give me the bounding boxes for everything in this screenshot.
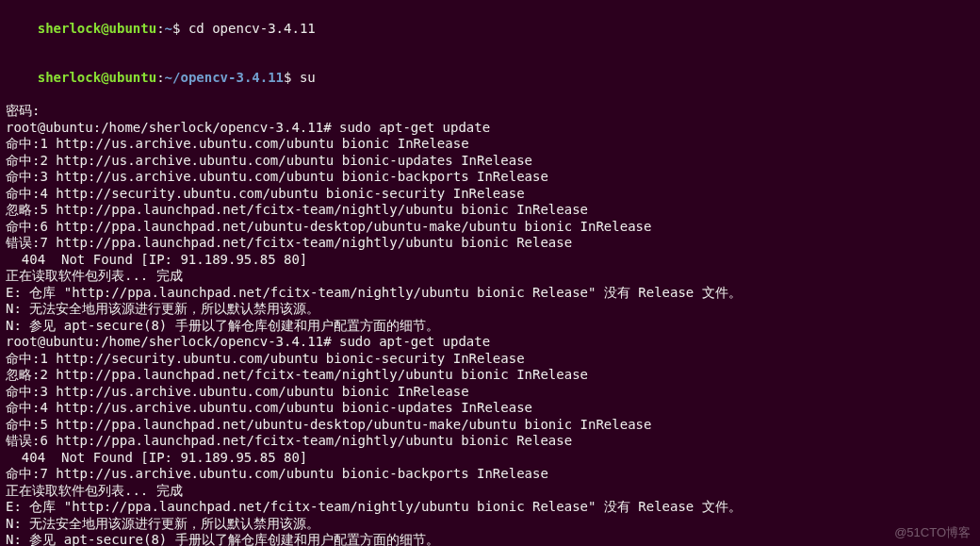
output-line: 忽略:2 http://ppa.launchpad.net/fcitx-team…	[6, 367, 974, 384]
output-line: 命中:4 http://security.ubuntu.com/ubuntu b…	[6, 186, 974, 203]
output-line: N: 参见 apt-secure(8) 手册以了解仓库创建和用户配置方面的细节。	[6, 318, 974, 335]
command-text: cd opencv-3.4.11	[180, 21, 315, 36]
terminal[interactable]: sherlock@ubuntu:~$ cd opencv-3.4.11 sher…	[6, 4, 974, 546]
output-line: N: 参见 apt-secure(8) 手册以了解仓库创建和用户配置方面的细节。	[6, 532, 974, 546]
command-text: su	[291, 70, 315, 85]
watermark: @51CTO博客	[894, 525, 971, 540]
output-line: E: 仓库 "http://ppa.launchpad.net/fcitx-te…	[6, 499, 974, 516]
output-line: 命中:7 http://us.archive.ubuntu.com/ubuntu…	[6, 466, 974, 483]
output-line: 404 Not Found [IP: 91.189.95.85 80]	[6, 252, 974, 269]
output-line: 命中:6 http://ppa.launchpad.net/ubuntu-des…	[6, 219, 974, 236]
output-line: 命中:3 http://us.archive.ubuntu.com/ubuntu…	[6, 384, 974, 401]
prompt-line-1: sherlock@ubuntu:~$ cd opencv-3.4.11	[6, 4, 974, 54]
user-host: sherlock@ubuntu	[38, 21, 156, 36]
output-line: 命中:1 http://us.archive.ubuntu.com/ubuntu…	[6, 136, 974, 153]
prompt-line-2: sherlock@ubuntu:~/opencv-3.4.11$ su	[6, 54, 974, 104]
output-line: 错误:6 http://ppa.launchpad.net/fcitx-team…	[6, 433, 974, 450]
output-line: 正在读取软件包列表... 完成	[6, 268, 974, 285]
cwd: ~/opencv-3.4.11	[165, 70, 284, 85]
output-line: 正在读取软件包列表... 完成	[6, 483, 974, 500]
cwd: ~	[165, 21, 172, 36]
output-line: 命中:3 http://us.archive.ubuntu.com/ubuntu…	[6, 169, 974, 186]
output-line: 错误:7 http://ppa.launchpad.net/fcitx-team…	[6, 235, 974, 252]
output-line: 命中:4 http://us.archive.ubuntu.com/ubuntu…	[6, 400, 974, 417]
output-line: root@ubuntu:/home/sherlock/opencv-3.4.11…	[6, 120, 974, 137]
output-line: N: 无法安全地用该源进行更新，所以默认禁用该源。	[6, 516, 974, 533]
output-line: 命中:2 http://us.archive.ubuntu.com/ubuntu…	[6, 153, 974, 170]
output-line: 密码:	[6, 103, 974, 120]
output-line: 命中:1 http://security.ubuntu.com/ubuntu b…	[6, 351, 974, 368]
output-line: 404 Not Found [IP: 91.189.95.85 80]	[6, 450, 974, 467]
output-line: 忽略:5 http://ppa.launchpad.net/fcitx-team…	[6, 202, 974, 219]
user-host: sherlock@ubuntu	[38, 70, 156, 85]
output-line: N: 无法安全地用该源进行更新，所以默认禁用该源。	[6, 301, 974, 318]
output-line: E: 仓库 "http://ppa.launchpad.net/fcitx-te…	[6, 285, 974, 302]
output-line: 命中:5 http://ppa.launchpad.net/ubuntu-des…	[6, 417, 974, 434]
output-line: root@ubuntu:/home/sherlock/opencv-3.4.11…	[6, 334, 974, 351]
